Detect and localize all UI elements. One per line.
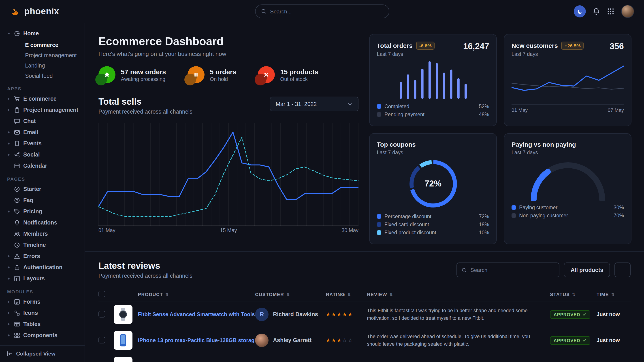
date-range-select[interactable]: Mar 1 - 31, 2022 [270, 97, 358, 111]
stat-value: 15 products [280, 68, 318, 75]
legend: Paying customer 30% Non-paying customer … [512, 203, 624, 220]
card-value: 356 [610, 41, 624, 51]
legend-value: 18% [479, 222, 489, 227]
sidebar-item[interactable]: Email [4, 127, 81, 138]
reviews-actions: All products [456, 263, 630, 277]
star-icon [104, 71, 110, 78]
column-rating[interactable]: RATING [326, 291, 367, 297]
table-header-row: PRODUCT CUSTOMER RATING REVIEW STATUS TI… [98, 287, 630, 301]
apps-grid-button[interactable] [607, 7, 614, 15]
sidebar-item[interactable]: Calendar [4, 160, 81, 171]
sidebar-item[interactable]: Pricing [4, 206, 81, 217]
sidebar-item[interactable]: Layouts [4, 273, 81, 284]
sidebar-item[interactable]: Forms [4, 296, 81, 307]
product-thumbnail [114, 305, 132, 324]
sidebar-subitem[interactable]: Project management [4, 50, 81, 60]
shapes-icon [14, 310, 20, 316]
sidebar-item-label: Tables [23, 321, 40, 327]
form-icon [14, 299, 20, 305]
star-filled-icon: ★ [332, 337, 337, 343]
check-icon [582, 312, 587, 317]
legend-swatch [512, 205, 516, 210]
legend-label: Fixed card discount [384, 222, 429, 227]
sidebar-item[interactable]: Tables [4, 318, 81, 330]
sidebar-item[interactable]: Starter [4, 183, 81, 195]
calendar-icon [14, 163, 20, 169]
select-all-checkbox[interactable] [98, 291, 105, 297]
row-checkbox[interactable] [98, 337, 105, 344]
warning-icon [14, 253, 20, 259]
search-icon [261, 8, 266, 14]
product-link[interactable]: Fitbit Sense Advanced Smartwatch with To… [138, 311, 255, 317]
stat-value: 5 orders [210, 68, 236, 75]
column-product[interactable]: PRODUCT [138, 291, 255, 297]
card-period: Last 7 days [377, 150, 489, 155]
bell-icon [592, 7, 600, 15]
brand-name: phoenix [24, 6, 59, 16]
caret-right-icon [7, 254, 11, 258]
home-subitems: E commerce Project management Landing So… [4, 40, 81, 81]
all-products-button[interactable]: All products [564, 263, 610, 277]
card-head: New customers +26.5% Last 7 days 356 [512, 41, 624, 57]
new-customers-card: New customers +26.5% Last 7 days 356 01 … [504, 34, 632, 126]
sidebar-subitem[interactable]: Social feed [4, 71, 81, 81]
sidebar-nav: Home E commerce Project management Landi… [0, 23, 84, 345]
customer-cell: R Richard Dawkins [255, 308, 326, 321]
stat-item: 5 orders On hold [188, 66, 236, 83]
card-period: Last 7 days [377, 51, 435, 57]
sidebar-subitem-label: Social feed [25, 73, 53, 79]
sidebar-subitem[interactable]: Landing [4, 60, 81, 71]
caret-right-icon [7, 265, 11, 269]
column-review[interactable]: REVIEW [367, 291, 550, 297]
column-customer[interactable]: CUSTOMER [255, 291, 326, 297]
legend-label: Percentage discount [384, 214, 432, 219]
sidebar-item[interactable]: Project management [4, 104, 81, 115]
review-row: iPhone 13 pro max-Pacific Blue-128GB sto… [98, 327, 630, 353]
brand[interactable]: phoenix [10, 6, 85, 17]
sidebar-item[interactable]: Timeline [4, 239, 81, 250]
notifications-button[interactable] [592, 7, 600, 15]
theme-toggle-button[interactable] [574, 5, 586, 17]
sidebar-subitem[interactable]: E commerce [4, 40, 81, 50]
legend-value: 72% [479, 214, 489, 219]
sidebar-item-home[interactable]: Home [4, 28, 81, 39]
cart-icon [14, 95, 20, 102]
more-actions-button[interactable] [614, 263, 630, 277]
sidebar-item[interactable]: Errors [4, 250, 81, 262]
sidebar-section-apps: APPS [7, 86, 81, 91]
sidebar-item[interactable]: Social [4, 149, 81, 160]
page-title: Ecommerce Dashboard [98, 35, 358, 48]
clipboard-icon [14, 107, 20, 113]
sidebar-item[interactable]: Events [4, 138, 81, 149]
caret-right-icon [7, 210, 11, 213]
sidebar-item[interactable]: Components [4, 330, 81, 341]
global-search[interactable] [255, 4, 389, 18]
row-checkbox[interactable] [98, 311, 105, 318]
sidebar-item[interactable]: Members [4, 228, 81, 239]
user-avatar[interactable] [621, 5, 634, 18]
sidebar-item[interactable]: Chat [4, 115, 81, 127]
stat-icon [188, 66, 204, 83]
pie-chart-icon [14, 30, 20, 36]
sidebar-item[interactable]: Faq [4, 195, 81, 206]
layout-icon [14, 275, 20, 282]
sidebar-item[interactable]: Authentication [4, 262, 81, 273]
global-search-input[interactable] [270, 8, 383, 14]
sidebar-item[interactable]: Notifications [4, 217, 81, 228]
column-status[interactable]: STATUS [550, 291, 596, 297]
legend-value: 10% [479, 230, 489, 235]
search-icon [462, 267, 467, 273]
reviews-search[interactable] [456, 263, 560, 277]
card-head-left: Total orders -6.8% Last 7 days [377, 41, 435, 57]
reviews-search-input[interactable] [470, 267, 554, 273]
sidebar-item[interactable]: Icons [4, 307, 81, 318]
nine-dots-grid-icon [607, 7, 614, 15]
top-navbar: phoenix [0, 0, 644, 23]
product-link[interactable]: iPhone 13 pro max-Pacific Blue-128GB sto… [138, 337, 255, 343]
sidebar-item[interactable]: E commerce [4, 93, 81, 104]
sidebar-item-label: Pricing [23, 208, 42, 214]
legend: Percentage discount 72% Fixed card disco… [377, 212, 489, 237]
column-time[interactable]: TIME [596, 291, 630, 297]
collapsed-view-toggle[interactable]: Collapsed View [0, 345, 84, 362]
star-filled-icon: ★ [342, 311, 348, 317]
